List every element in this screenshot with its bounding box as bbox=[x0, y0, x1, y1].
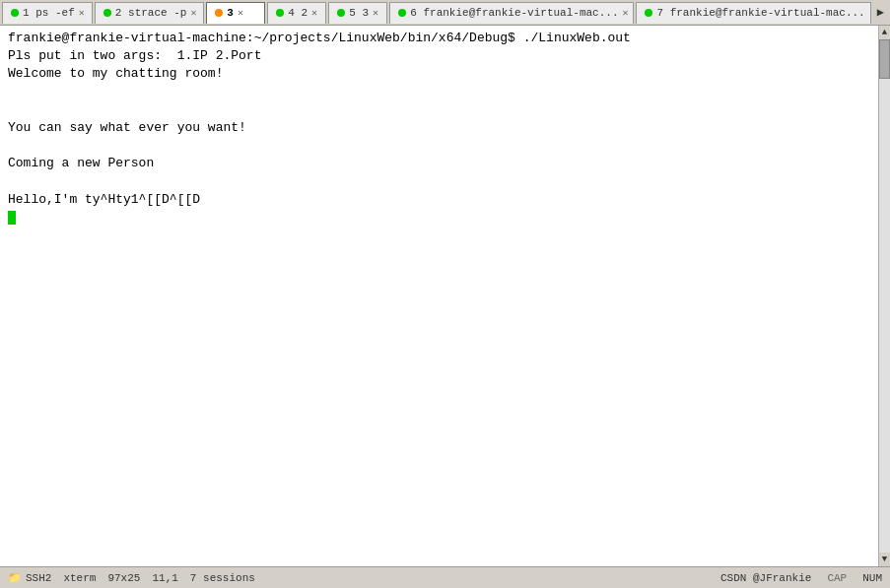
scrollbar-thumb[interactable] bbox=[879, 39, 890, 79]
status-left: 📁 SSH2 xterm 97x25 11,1 7 sessions bbox=[8, 571, 255, 584]
sessions-label: 7 sessions bbox=[190, 572, 255, 584]
size-label: 97x25 bbox=[107, 572, 140, 584]
tab-tab2[interactable]: 2 strace -p✕ bbox=[95, 2, 204, 24]
pos-label: 11,1 bbox=[152, 572, 177, 584]
tab-dot-tab2 bbox=[103, 9, 111, 17]
tab-close-tab2[interactable]: ✕ bbox=[190, 7, 196, 19]
scrollbar-up-arrow[interactable]: ▲ bbox=[882, 26, 887, 39]
tab-label-tab2: 2 strace -p bbox=[115, 7, 187, 19]
tab-tab7[interactable]: 7 frankie@frankie-virtual-mac... bbox=[636, 2, 870, 24]
brand-label: CSDN @JFrankie bbox=[720, 572, 811, 584]
terminal[interactable]: frankie@frankie-virtual-machine:~/projec… bbox=[0, 26, 878, 566]
tab-label-tab1: 1 ps -ef bbox=[23, 7, 75, 19]
scrollbar-track bbox=[879, 39, 890, 553]
tab-tab6[interactable]: 6 frankie@frankie-virtual-mac...✕ bbox=[389, 2, 634, 24]
tab-bar: 1 ps -ef✕2 strace -p✕3✕4 2✕5 3✕6 frankie… bbox=[0, 0, 890, 26]
tab-tab3[interactable]: 3✕ bbox=[206, 2, 265, 24]
tab-dot-tab3 bbox=[215, 9, 223, 17]
terminal-cursor bbox=[8, 211, 16, 225]
tab-label-tab7: 7 frankie@frankie-virtual-mac... bbox=[656, 7, 864, 19]
tab-dot-tab7 bbox=[645, 9, 652, 17]
folder-icon: 📁 bbox=[8, 571, 22, 584]
tab-close-tab1[interactable]: ✕ bbox=[79, 7, 85, 19]
ssh-label: SSH2 bbox=[26, 572, 51, 584]
tab-dot-tab6 bbox=[398, 9, 406, 17]
caps-label: CAP bbox=[827, 572, 847, 584]
tab-close-tab3[interactable]: ✕ bbox=[238, 7, 243, 19]
tab-close-tab4[interactable]: ✕ bbox=[311, 7, 317, 19]
num-label: NUM bbox=[862, 572, 882, 584]
tab-dot-tab5 bbox=[337, 9, 345, 17]
tab-close-tab5[interactable]: ✕ bbox=[373, 7, 378, 19]
tab-label-tab5: 5 3 bbox=[349, 7, 369, 19]
tab-tab1[interactable]: 1 ps -ef✕ bbox=[2, 2, 93, 24]
scrollbar-down-arrow[interactable]: ▼ bbox=[882, 553, 887, 566]
tab-close-tab6[interactable]: ✕ bbox=[623, 7, 629, 19]
terminal-output: frankie@frankie-virtual-machine:~/projec… bbox=[8, 30, 870, 227]
tab-overflow-arrow[interactable]: ▶ bbox=[873, 5, 888, 20]
tab-tab5[interactable]: 5 3✕ bbox=[328, 2, 387, 24]
tab-label-tab3: 3 bbox=[227, 7, 234, 19]
tab-tab4[interactable]: 4 2✕ bbox=[267, 2, 326, 24]
tab-label-tab6: 6 frankie@frankie-virtual-mac... bbox=[410, 7, 618, 19]
tab-dot-tab1 bbox=[11, 9, 19, 17]
status-right: CSDN @JFrankie CAP NUM bbox=[720, 572, 882, 584]
term-label: xterm bbox=[63, 572, 96, 584]
status-bar: 📁 SSH2 xterm 97x25 11,1 7 sessions CSDN … bbox=[0, 566, 890, 588]
main-area: frankie@frankie-virtual-machine:~/projec… bbox=[0, 26, 890, 566]
tab-label-tab4: 4 2 bbox=[288, 7, 308, 19]
tab-dot-tab4 bbox=[276, 9, 284, 17]
